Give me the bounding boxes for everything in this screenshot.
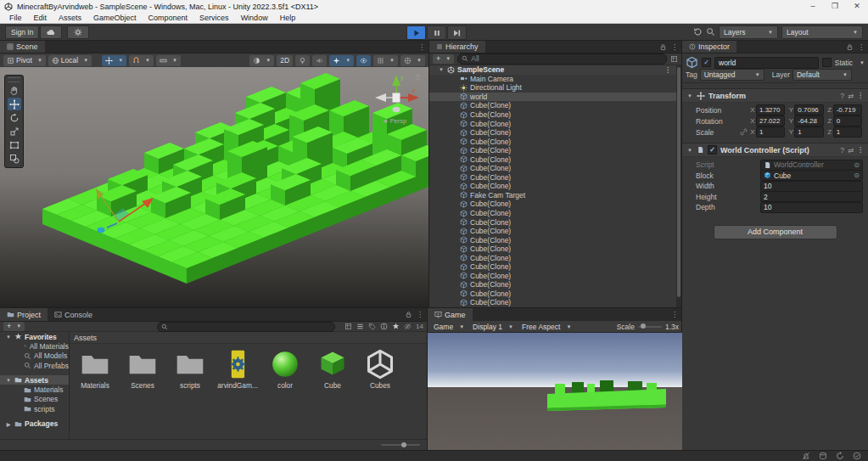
hierarchy-row[interactable]: Fake Cam Target <box>429 191 676 200</box>
component-enabled-checkbox[interactable]: ✓ <box>708 145 717 155</box>
move-tool-button[interactable] <box>8 98 21 110</box>
component-options-icon[interactable]: ⋮ <box>857 92 864 99</box>
inspector-options-icon[interactable]: ⋮ <box>858 43 865 51</box>
play-button[interactable] <box>406 25 426 40</box>
z-value-field[interactable]: 1 <box>833 126 862 138</box>
hierarchy-row[interactable]: Cube(Clone) <box>429 155 676 164</box>
projection-label[interactable]: ◄ Persp <box>382 117 406 125</box>
expand-arrow[interactable]: ▼ <box>5 378 12 383</box>
orientation-gizmo[interactable]: y x ◄ Persp <box>371 70 423 126</box>
shading-mode-button[interactable]: ▼ <box>249 55 274 66</box>
asset-item[interactable]: Cube <box>314 349 351 390</box>
scene-visibility-toggle[interactable] <box>356 55 371 66</box>
gameobject-big-icon[interactable] <box>686 56 698 69</box>
z-value-field[interactable]: 0 <box>833 115 862 126</box>
tab-console[interactable]: Console <box>48 308 99 321</box>
sign-in-button[interactable]: Sign In <box>5 25 39 39</box>
project-tree-row[interactable]: Materials <box>0 385 69 394</box>
hierarchy-row[interactable]: Cube(Clone) <box>429 110 676 120</box>
script-component-header[interactable]: ▼ ✓ World Controller (Script) ? ⇄ ⋮ <box>682 143 868 157</box>
object-picker-icon[interactable]: ⊙ <box>854 171 860 179</box>
hierarchy-row[interactable]: Cube(Clone) <box>429 290 676 299</box>
hierarchy-row[interactable]: Cube(Clone) <box>429 137 676 146</box>
play-target-dropdown[interactable]: Game▼ <box>430 322 468 332</box>
hierarchy-row[interactable]: Cube(Clone) <box>429 146 676 155</box>
slider-knob[interactable] <box>641 323 646 329</box>
tab-scene[interactable]: Scene <box>0 41 45 53</box>
hierarchy-row[interactable]: Cube(Clone) <box>429 262 676 272</box>
hierarchy-row[interactable]: Cube(Clone) <box>429 280 676 290</box>
tab-game[interactable]: Game <box>428 308 473 321</box>
settings-button[interactable] <box>67 25 89 39</box>
camera-settings-button[interactable]: ▼ <box>400 55 425 66</box>
project-tree-row[interactable]: ▼ Assets <box>0 375 69 385</box>
hierarchy-row[interactable]: Cube(Clone) <box>429 101 676 110</box>
game-viewport[interactable] <box>428 333 682 451</box>
x-value-field[interactable]: 27.022 <box>756 115 785 126</box>
scene-options-icon[interactable]: ⋮ <box>418 43 425 51</box>
hierarchy-row[interactable]: Cube(Clone) <box>429 235 676 245</box>
property-value-field[interactable]: 10 <box>760 202 863 213</box>
create-asset-button[interactable]: +▼ <box>3 322 25 331</box>
hierarchy-row[interactable]: Cube(Clone) <box>429 272 676 281</box>
hierarchy-row[interactable]: world <box>429 93 676 102</box>
hierarchy-row[interactable]: Cube(Clone) <box>429 119 676 128</box>
menu-item[interactable]: Window <box>235 14 274 22</box>
snap-settings-button[interactable]: ▼ <box>129 55 154 66</box>
tab-inspector[interactable]: Inspector <box>682 41 736 53</box>
slider-knob[interactable] <box>401 442 406 447</box>
background-tasks-check-icon[interactable] <box>853 452 861 460</box>
asset-item[interactable]: scripts <box>171 349 209 390</box>
menu-item[interactable]: GameObject <box>87 14 143 22</box>
search-by-label-icon[interactable] <box>368 323 376 330</box>
hierarchy-row[interactable]: Cube(Clone) <box>429 209 676 218</box>
maximize-button[interactable]: ❐ <box>824 0 846 13</box>
neg-y-axis-ball[interactable] <box>393 107 400 112</box>
active-checkbox[interactable]: ✓ <box>702 58 711 67</box>
hand-tool-button[interactable] <box>8 84 21 97</box>
rotate-tool-button[interactable] <box>8 111 21 124</box>
hierarchy-row[interactable]: ▼ SampleScene ⋮ <box>429 65 676 75</box>
asset-item[interactable]: Materials <box>76 349 114 390</box>
hierarchy-row[interactable]: Directional Light <box>429 83 676 93</box>
2d-toggle[interactable]: 2D <box>277 55 293 66</box>
project-tree-row[interactable]: All Prefabs <box>0 361 69 370</box>
scrollbar-thumb[interactable] <box>677 67 680 297</box>
scene-viewport[interactable]: y x ◄ Persp <box>0 67 428 307</box>
y-value-field[interactable]: 0.7096 <box>794 104 823 115</box>
layers-dropdown[interactable]: Layers▼ <box>719 25 778 39</box>
property-value-field[interactable]: WorldController ⊙ <box>760 160 863 171</box>
expand-arrow[interactable]: ▼ <box>438 67 445 72</box>
project-tree-row[interactable]: All Materials <box>0 341 69 351</box>
auto-refresh-icon[interactable] <box>836 452 844 460</box>
project-tree-row[interactable]: ▼ Favorites <box>0 332 69 341</box>
rect-tool-button[interactable] <box>8 138 21 151</box>
asset-item[interactable]: arvindGam... <box>219 349 256 390</box>
menu-item[interactable]: File <box>3 14 28 22</box>
hierarchy-search-input[interactable]: All <box>457 53 667 65</box>
cloud-button[interactable] <box>40 25 62 39</box>
lighting-toggle[interactable] <box>295 55 310 66</box>
hierarchy-row[interactable]: Cube(Clone) <box>429 227 676 236</box>
x-value-field[interactable]: 1.3270 <box>756 104 785 115</box>
help-icon[interactable]: ? <box>840 146 844 155</box>
effects-toggle[interactable]: ▼ <box>329 55 354 66</box>
static-checkbox[interactable] <box>822 58 832 67</box>
thumbnail-size-slider[interactable] <box>381 444 420 446</box>
x-value-field[interactable]: 1 <box>756 126 785 138</box>
property-value-field[interactable]: 2 <box>760 191 863 202</box>
gizmo-center-cube[interactable] <box>393 93 400 103</box>
search-packages-icon[interactable] <box>344 323 352 330</box>
hierarchy-row[interactable]: Main Camera <box>429 75 676 84</box>
hierarchy-row[interactable]: Cube(Clone) <box>429 173 676 183</box>
x-axis-cone[interactable] <box>408 93 419 102</box>
grid-snap-toggle[interactable]: ▼ <box>102 55 126 66</box>
asset-item[interactable]: color <box>266 349 304 390</box>
scale-tool-button[interactable] <box>8 125 21 138</box>
increment-snap-button[interactable]: ▼ <box>156 55 181 66</box>
lock-icon[interactable] <box>405 311 412 318</box>
project-options-icon[interactable]: ⋮ <box>417 311 423 318</box>
project-tree-row[interactable]: All Models <box>0 351 69 361</box>
hierarchy-options-icon[interactable]: ⋮ <box>671 43 678 51</box>
search-filter-icon[interactable] <box>670 55 678 63</box>
